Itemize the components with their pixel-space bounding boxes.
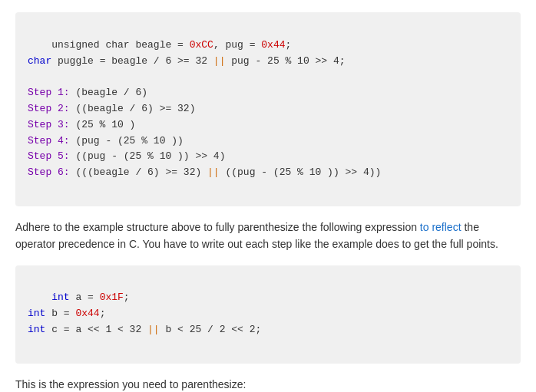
code-int-a: int a = 0x1F; bbox=[51, 292, 129, 303]
code-int-b: int b = 0x44; bbox=[28, 308, 105, 319]
prose-highlight: to reflect bbox=[420, 221, 462, 233]
code-step-1: Step 1: (beagle / 6) bbox=[28, 87, 147, 98]
code-int-c: int c = a << 1 < 32 || b < 25 / 2 << 2; bbox=[28, 324, 261, 335]
code-step-3: Step 3: (25 % 10 ) bbox=[28, 119, 135, 130]
prose-paragraph-1: Adhere to the example structure above to… bbox=[15, 219, 521, 253]
code-line-2: char puggle = beagle / 6 >= 32 || pug - … bbox=[28, 55, 346, 67]
code-block-example: unsigned char beagle = 0xCC, pug = 0x44;… bbox=[15, 12, 521, 206]
code-block-expression: int a = 0x1F; int b = 0x44; int c = a <<… bbox=[15, 265, 521, 364]
code-step-2: Step 2: ((beagle / 6) >= 32) bbox=[28, 103, 195, 114]
code-line-1: unsigned char beagle = 0xCC, pug = 0x44; bbox=[51, 39, 291, 51]
code-step-6: Step 6: (((beagle / 6) >= 32) || ((pug -… bbox=[28, 166, 381, 178]
page-container: unsigned char beagle = 0xCC, pug = 0x44;… bbox=[0, 0, 536, 392]
code-step-4: Step 4: (pug - (25 % 10 )) bbox=[28, 135, 184, 147]
code-step-5: Step 5: ((pug - (25 % 10 )) >> 4) bbox=[28, 150, 225, 162]
prose-paragraph-2: This is the expression you need to paren… bbox=[15, 376, 521, 392]
